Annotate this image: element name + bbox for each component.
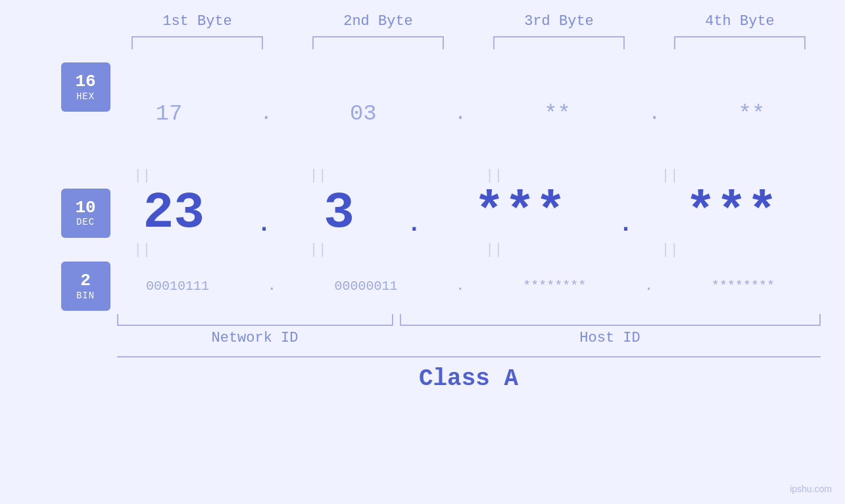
dec-b1: 23 [143,187,205,239]
dec-d2: . [407,211,422,238]
hex-values-row: 17 . 03 . ** . ** [117,101,804,126]
hex-d2: . [454,103,466,125]
main-container: 1st Byte 2nd Byte 3rd Byte 4th Byte 16 H… [0,0,845,504]
hex-b3: ** [544,101,571,126]
dec-d3: . [619,211,633,238]
dec-values-row: 23 . 3 . *** . *** [117,187,804,239]
dec-d1: . [257,211,272,238]
host-id-label: Host ID [400,330,821,346]
dec-badge: 10 DEC [61,189,110,238]
bottom-section: Network ID Host ID [55,314,804,346]
bracket-b3 [493,36,625,49]
network-bracket [117,314,393,326]
bin-badge-num: 2 [80,271,91,290]
byte-headers: 1st Byte 2nd Byte 3rd Byte 4th Byte [107,13,831,30]
watermark: ipshu.com [790,484,832,494]
dec-row: 10 DEC 23 . 3 . *** . *** [55,187,804,239]
bin-values-row: 00010111 . 00000011 . ******** . *******… [117,278,804,294]
bracket-b2 [312,36,444,49]
class-label: Class A [117,365,821,392]
hex-badge-num: 16 [75,72,95,91]
eq2-b4: || [598,242,742,258]
class-section: Class A [117,356,821,392]
eq2-b2: || [246,242,391,258]
byte3-header: 3rd Byte [487,13,631,30]
dec-badge-num: 10 [75,198,95,218]
bin-b3: ******** [523,279,586,294]
eq1-b2: || [246,168,391,184]
bin-d2: . [456,278,464,294]
byte4-header: 4th Byte [667,13,812,30]
bin-d3: . [644,278,653,294]
hex-badge-label: HEX [76,91,95,102]
eq2-b1: || [70,242,214,258]
eq1-b1: || [70,168,214,184]
host-bracket [400,314,821,326]
bin-row: 2 BIN 00010111 . 00000011 . ******** . *… [55,262,804,311]
bracket-b4 [674,36,806,49]
hex-row: 16 HEX 17 . 03 . ** . ** [55,62,804,164]
bracket-b1 [132,36,263,49]
hex-d1: . [260,103,272,125]
bin-badge: 2 BIN [61,262,110,311]
byte2-header: 2nd Byte [306,13,450,30]
dec-b3: *** [473,187,566,239]
dec-b2: 3 [324,187,354,239]
bin-badge-label: BIN [76,290,95,301]
dec-b4: *** [685,187,777,239]
top-brackets [107,36,831,49]
hex-badge: 16 HEX [61,62,110,112]
dec-badge-label: DEC [76,217,95,227]
bin-d1: . [268,278,276,294]
eq1-b3: || [422,168,566,184]
eq2-b3: || [422,242,566,258]
bin-b1: 00010111 [146,279,209,294]
bin-b4: ******** [712,279,775,294]
eq1-b4: || [598,168,742,184]
equals-row-2: || || || || [55,242,758,258]
class-line [117,356,821,357]
bin-b2: 00000011 [335,279,398,294]
bottom-labels: Network ID Host ID [117,330,821,346]
network-id-label: Network ID [117,330,393,346]
hex-b1: 17 [156,101,183,126]
bottom-brackets [117,314,821,326]
bin-badge-col: 2 BIN [55,262,117,311]
hex-badge-col: 16 HEX [55,62,117,164]
hex-b4: ** [738,101,765,126]
rows-container: 16 HEX 17 . 03 . ** . ** || || || || [55,62,804,392]
dec-badge-col: 10 DEC [55,189,117,238]
byte1-header: 1st Byte [125,13,270,30]
hex-d3: . [648,103,660,125]
hex-b2: 03 [350,101,377,126]
equals-row-1: || || || || [55,168,758,184]
